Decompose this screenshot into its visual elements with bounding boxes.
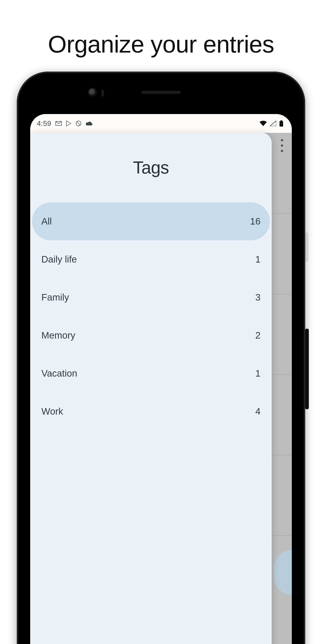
side-button-small [305, 232, 308, 262]
tags-side-sheet: Tags All 16 Daily life 1 Family 3 [30, 133, 272, 644]
marketing-title: Organize your entries [0, 30, 322, 58]
tag-label: Daily life [41, 254, 77, 265]
phone-bezel-top [17, 72, 305, 114]
tag-item-work[interactable]: Work 4 [32, 392, 270, 430]
list-divider [272, 455, 292, 455]
tag-count: 3 [255, 292, 260, 303]
list-divider [272, 535, 292, 536]
overflow-menu-button[interactable] [278, 138, 286, 154]
phone-frame: 4:59 [17, 72, 305, 644]
tag-list: All 16 Daily life 1 Family 3 Memory 2 [30, 202, 272, 430]
proximity-sensor [101, 90, 104, 96]
tag-count: 1 [255, 254, 260, 265]
gmail-icon [55, 121, 62, 126]
tag-item-all[interactable]: All 16 [32, 202, 270, 240]
earpiece-speaker [141, 90, 181, 94]
side-button-power [305, 329, 309, 409]
tag-count: 16 [250, 216, 260, 227]
signal-icon [270, 121, 276, 126]
svg-rect-2 [280, 120, 282, 121]
sheet-title: Tags [30, 133, 272, 202]
status-bar: 4:59 [30, 114, 292, 133]
app-store-screenshot: Organize your entries 4:59 [0, 0, 322, 644]
play-store-icon [66, 120, 71, 126]
tag-item-vacation[interactable]: Vacation 1 [32, 354, 270, 392]
tag-label: Vacation [41, 368, 77, 379]
tag-item-memory[interactable]: Memory 2 [32, 316, 270, 354]
tag-count: 1 [255, 368, 260, 379]
front-camera [88, 88, 97, 96]
list-divider [272, 213, 292, 214]
wifi-icon [260, 121, 267, 126]
tag-label: Work [41, 406, 63, 417]
status-clock: 4:59 [37, 120, 51, 128]
tag-label: Family [41, 292, 69, 303]
list-divider [272, 374, 292, 375]
svg-rect-1 [280, 121, 283, 126]
tag-label: All [41, 216, 52, 227]
tag-item-family[interactable]: Family 3 [32, 278, 270, 316]
fab-peek[interactable] [274, 550, 292, 595]
tag-label: Memory [41, 330, 75, 341]
tag-count: 4 [255, 406, 260, 417]
list-divider [272, 294, 292, 294]
phone-screen: 4:59 [30, 114, 292, 644]
block-icon [75, 120, 82, 126]
battery-icon [279, 120, 283, 126]
cloud-icon [86, 121, 93, 126]
tag-count: 2 [255, 330, 260, 341]
tag-item-daily-life[interactable]: Daily life 1 [32, 240, 270, 278]
